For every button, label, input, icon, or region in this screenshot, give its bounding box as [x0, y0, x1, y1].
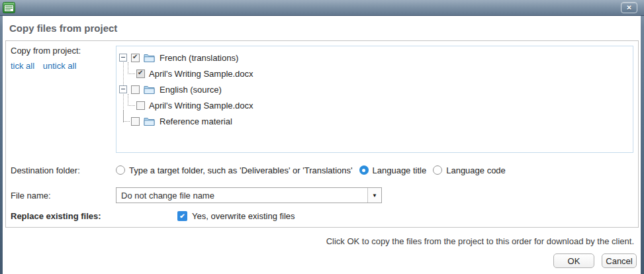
- collapse-expander-icon[interactable]: [119, 85, 127, 93]
- form-panel: Copy from project: tick all untick all: [5, 40, 639, 228]
- radio-selected-icon[interactable]: [359, 165, 369, 175]
- radio-option-label: Type a target folder, such as 'Deliverab…: [129, 165, 353, 175]
- tree-item-label: English (source): [160, 85, 222, 95]
- button-row: OK Cancel: [3, 253, 637, 268]
- tick-links: tick all untick all: [11, 61, 116, 71]
- tree-row-english-file[interactable]: April's Writing Sample.docx: [119, 97, 633, 113]
- tree-row-reference[interactable]: Reference material: [119, 113, 633, 129]
- dialog-window: ✕ Copy files from project Copy from proj…: [0, 0, 644, 274]
- file-name-selected-value: Do not change file name: [116, 191, 367, 201]
- tree-checkbox-reference[interactable]: [131, 117, 140, 126]
- tree-checkbox-french-file[interactable]: [136, 69, 145, 78]
- overwrite-checkbox-label: Yes, overwrite existing files: [192, 211, 295, 221]
- footer-hint-text: Click OK to copy the files from the proj…: [3, 236, 634, 246]
- untick-all-link[interactable]: untick all: [43, 61, 77, 71]
- tree-item-label: Reference material: [160, 116, 232, 126]
- file-tree: French (translations) April's Writing Sa…: [116, 46, 633, 153]
- replace-row: Replace existing files: ✔ Yes, overwrite…: [11, 210, 633, 222]
- tree-connector: [119, 113, 131, 129]
- tree-item-label: April's Writing Sample.docx: [149, 101, 253, 111]
- app-window-icon: [3, 2, 15, 13]
- chevron-down-icon: ▼: [372, 193, 377, 199]
- overwrite-checkbox[interactable]: ✔: [177, 211, 187, 221]
- file-name-row: File name: Do not change file name ▼: [11, 187, 633, 203]
- radio-option-label: Language title: [373, 165, 427, 175]
- folder-icon: [144, 117, 155, 126]
- tree-row-french[interactable]: French (translations): [119, 50, 633, 66]
- tree-item-label: French (translations): [160, 53, 238, 63]
- close-button[interactable]: ✕: [621, 2, 637, 13]
- folder-icon: [144, 85, 155, 94]
- radio-option-language-title[interactable]: Language title: [359, 165, 427, 175]
- radio-option-target-folder[interactable]: Type a target folder, such as 'Deliverab…: [116, 165, 353, 175]
- tree-checkbox-english-file[interactable]: [136, 101, 145, 110]
- collapse-expander-icon[interactable]: [119, 54, 127, 62]
- dropdown-arrow-button[interactable]: ▼: [367, 188, 381, 203]
- tree-connector: [119, 66, 136, 81]
- dialog-content: Copy files from project Copy from projec…: [3, 16, 641, 274]
- cancel-button[interactable]: Cancel: [602, 253, 637, 268]
- destination-row: Destination folder: Type a target folder…: [11, 163, 633, 177]
- destination-label: Destination folder:: [11, 165, 116, 175]
- radio-option-label: Language code: [446, 165, 506, 175]
- copy-from-label-cell: Copy from project: tick all untick all: [11, 46, 116, 71]
- radio-option-language-code[interactable]: Language code: [433, 165, 506, 175]
- tree-row-french-file[interactable]: April's Writing Sample.docx: [119, 66, 633, 81]
- page-title: Copy files from project: [3, 16, 641, 40]
- titlebar: ✕: [0, 0, 644, 16]
- tree-checkbox-french[interactable]: [131, 54, 140, 62]
- radio-icon[interactable]: [116, 165, 125, 175]
- tick-all-link[interactable]: tick all: [11, 61, 34, 71]
- file-name-label: File name:: [11, 191, 116, 201]
- folder-icon: [144, 54, 155, 62]
- radio-icon[interactable]: [433, 165, 442, 175]
- copy-from-row: Copy from project: tick all untick all: [11, 46, 633, 153]
- tree-item-label: April's Writing Sample.docx: [149, 69, 253, 79]
- overwrite-checkbox-group[interactable]: ✔ Yes, overwrite existing files: [177, 211, 295, 221]
- tree-row-english[interactable]: English (source): [119, 81, 633, 97]
- close-icon: ✕: [626, 4, 631, 11]
- file-name-select[interactable]: Do not change file name ▼: [116, 187, 382, 203]
- tree-checkbox-english[interactable]: [131, 85, 140, 94]
- copy-from-label: Copy from project:: [11, 46, 116, 56]
- replace-label: Replace existing files:: [11, 211, 116, 221]
- destination-radio-group: Type a target folder, such as 'Deliverab…: [116, 165, 512, 175]
- check-icon: ✔: [179, 212, 185, 220]
- ok-button[interactable]: OK: [553, 253, 594, 268]
